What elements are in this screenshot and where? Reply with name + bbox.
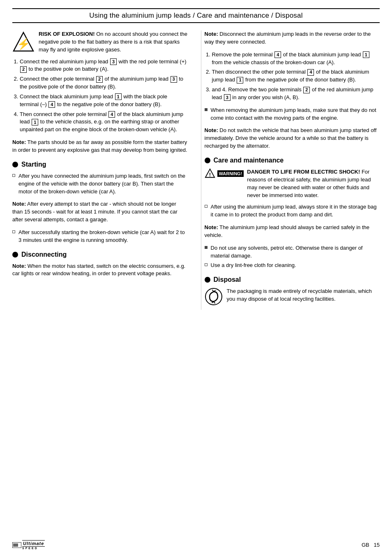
warning-text: DANGER TO LIFE FROM ELECTRIC SHOCK! For … bbox=[247, 168, 380, 199]
care-bullets: After using the aluminium jump lead, alw… bbox=[205, 203, 380, 219]
risk-bold: RISK OF EXPLOSION! bbox=[39, 31, 95, 37]
warning-triangle-icon: ! bbox=[205, 168, 215, 179]
logo-line1: Ultimate bbox=[22, 540, 45, 547]
remove-step-1: Remove the pole terminal 4 of the black … bbox=[212, 51, 380, 67]
care-note-text: The aluminium jump lead should always be… bbox=[205, 224, 370, 238]
remove-step-2: Then disconnect the other pole terminal … bbox=[212, 68, 380, 84]
disposal-dot bbox=[205, 277, 210, 283]
recycling-icon bbox=[205, 288, 223, 306]
open-sq-care1 bbox=[205, 205, 208, 208]
box-3b: 3 bbox=[171, 76, 177, 83]
disposal-section-header: Disposal bbox=[205, 276, 380, 283]
page-num-val: 15 bbox=[374, 542, 380, 548]
risk-text: RISK OF EXPLOSION! On no account should … bbox=[39, 30, 188, 54]
rbox-4b: 4 bbox=[307, 69, 314, 76]
warning-label: WARNING! bbox=[217, 170, 244, 177]
care-dot bbox=[205, 158, 210, 163]
explosion-warning-icon: ⚡ bbox=[12, 31, 35, 53]
box-3a: 3 bbox=[110, 58, 117, 65]
starting-bullets: After you have connected the aluminium j… bbox=[12, 172, 188, 196]
note-starting-text: After every attempt to start the car - w… bbox=[12, 201, 178, 223]
page-label: GB bbox=[362, 542, 369, 548]
starting-dot bbox=[12, 162, 18, 167]
box-4b: 4 bbox=[108, 111, 115, 118]
care-bullet2: Do not use any solvents, petrol etc. Oth… bbox=[205, 244, 380, 260]
logo-line2: SPEED bbox=[22, 547, 45, 550]
step-2: Connect the other pole terminal 2 of the… bbox=[20, 75, 188, 91]
rbox-4a: 4 bbox=[274, 51, 281, 58]
svg-point-4 bbox=[205, 288, 222, 305]
open-sq-icon2 bbox=[12, 230, 15, 233]
starting-bullet1-text: After you have connected the aluminium j… bbox=[18, 172, 188, 196]
step-3: Connect the black aluminium jump lead 1 … bbox=[20, 93, 188, 109]
disconnecting-section-header: Disconnecting bbox=[12, 251, 188, 258]
note-starting-label: Note: bbox=[12, 201, 26, 207]
note-top-label: Note: bbox=[205, 31, 218, 37]
risk-explosion-block: ⚡ RISK OF EXPLOSION! On no account shoul… bbox=[12, 30, 188, 54]
note1-label: Note: bbox=[12, 139, 26, 145]
svg-text:!: ! bbox=[209, 171, 210, 177]
disposal-title: Disposal bbox=[214, 276, 241, 283]
page-number: GB 15 bbox=[362, 542, 380, 548]
box-4a: 4 bbox=[48, 101, 55, 108]
box-2b: 2 bbox=[96, 76, 103, 83]
note-starting: Note: After every attempt to start the c… bbox=[12, 200, 188, 224]
remove-bullet1-text: When removing the aluminium jump leads, … bbox=[211, 107, 380, 122]
box-1b: 1 bbox=[32, 119, 38, 125]
remove-steps: Remove the pole terminal 4 of the black … bbox=[205, 51, 380, 102]
note-reverse-order: Note: Disconnect the aluminium jump lead… bbox=[205, 30, 380, 46]
note-disconnecting: Note: When the motor has started, switch… bbox=[12, 262, 188, 278]
disposal-text: The packaging is made entirely of recycl… bbox=[227, 288, 380, 303]
care-section-header: Care and maintenance bbox=[205, 157, 380, 164]
warning-electric-shock: ! WARNING! DANGER TO LIFE FROM ELECTRIC … bbox=[205, 168, 380, 199]
care-title: Care and maintenance bbox=[214, 157, 284, 164]
step-4: Then connect the other pole terminal 4 o… bbox=[20, 111, 188, 134]
note2-label: Note: bbox=[205, 127, 218, 133]
care-bullet3-text: Use a dry lint-free cloth for cleaning. bbox=[211, 262, 296, 269]
starting-section-header: Starting bbox=[12, 161, 188, 168]
open-sq-care3 bbox=[205, 263, 208, 266]
rbox-2a: 2 bbox=[303, 87, 310, 93]
care-bullet3: Use a dry lint-free cloth for cleaning. bbox=[205, 262, 380, 269]
disconnecting-dot bbox=[12, 252, 18, 258]
care-bullet2-text: Do not use any solvents, petrol etc. Oth… bbox=[211, 244, 380, 260]
note1-text: The parts should be as far away as possi… bbox=[12, 139, 187, 153]
note-disconnecting-label: Note: bbox=[12, 263, 26, 269]
brand-logo: Ultimate SPEED bbox=[12, 540, 45, 550]
starting-bullet1: After you have connected the aluminium j… bbox=[12, 172, 188, 196]
note2-text: Do not switch the vehicle that has been … bbox=[205, 127, 377, 149]
note-parts-far: Note: The parts should be as far away as… bbox=[12, 139, 188, 154]
care-bullet1: After using the aluminium jump lead, alw… bbox=[205, 203, 380, 219]
rbox-1b: 1 bbox=[237, 77, 243, 84]
remove-bullets: When removing the aluminium jump leads, … bbox=[205, 107, 380, 122]
sq-bullet-care2 bbox=[205, 246, 208, 249]
disconnecting-title: Disconnecting bbox=[21, 251, 67, 258]
remove-step-3: and 4. Remove the two pole terminals 2 o… bbox=[212, 86, 380, 102]
rbox-3a: 3 bbox=[224, 94, 231, 101]
warning-icon-wrap: ! WARNING! bbox=[205, 168, 244, 179]
note-top-text: Disconnect the aluminium jump leads in t… bbox=[205, 31, 371, 45]
page-title: Using the aluminium jump leads / Care an… bbox=[12, 8, 380, 23]
disposal-block: The packaging is made entirely of recycl… bbox=[205, 288, 380, 306]
page-footer: Ultimate SPEED GB 15 bbox=[12, 540, 380, 550]
svg-text:⚡: ⚡ bbox=[17, 37, 30, 51]
box-2a: 2 bbox=[20, 66, 27, 73]
box-1a: 1 bbox=[115, 93, 122, 100]
note-no-switch: Note: Do not switch the vehicle that has… bbox=[205, 127, 380, 150]
logo-icon bbox=[12, 542, 21, 548]
care-bullets2: Do not use any solvents, petrol etc. Oth… bbox=[205, 244, 380, 270]
starting-bullet2-text: After successfully starting the broken-d… bbox=[18, 229, 188, 244]
care-note-label: Note: bbox=[205, 224, 218, 230]
note-carry-safely: Note: The aluminium jump lead should alw… bbox=[205, 224, 380, 239]
warning-bold: DANGER TO LIFE FROM ELECTRIC SHOCK! bbox=[247, 169, 360, 175]
starting-bullet2: After successfully starting the broken-d… bbox=[12, 229, 188, 244]
remove-bullet1: When removing the aluminium jump leads, … bbox=[205, 107, 380, 122]
sq-bullet1 bbox=[205, 108, 208, 111]
open-sq-icon1 bbox=[12, 174, 15, 177]
starting-bullets2: After successfully starting the broken-d… bbox=[12, 229, 188, 244]
rbox-1a: 1 bbox=[363, 51, 369, 58]
starting-title: Starting bbox=[21, 161, 46, 168]
step-1: Connect the red aluminium jump lead 3 wi… bbox=[20, 58, 188, 74]
note-disconnecting-text: When the motor has started, switch on th… bbox=[12, 263, 185, 277]
care-bullet1-text: After using the aluminium jump lead, alw… bbox=[211, 203, 380, 219]
